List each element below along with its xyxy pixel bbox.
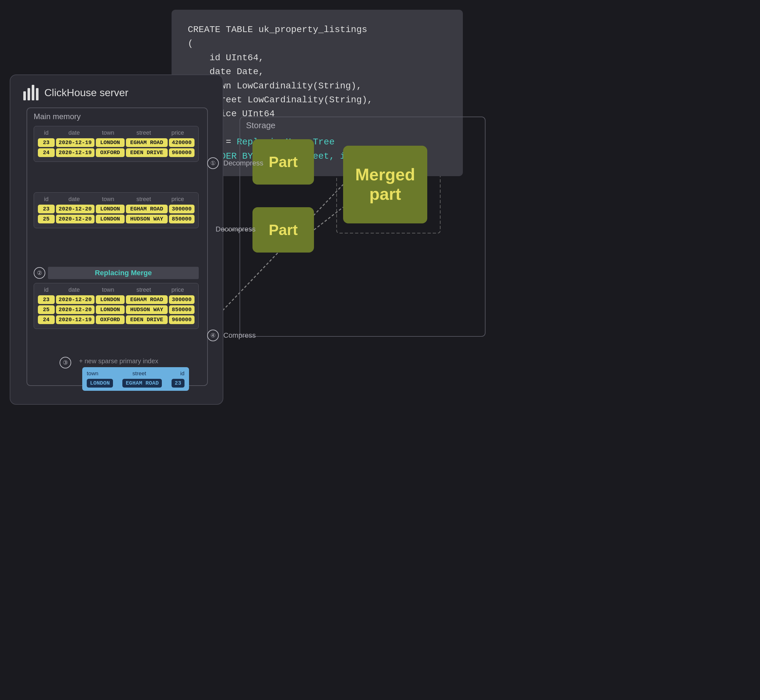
dt1-header: id date town street price xyxy=(38,130,195,136)
sparse-index-table: town street id LONDON EGHAM ROAD 23 xyxy=(82,367,189,391)
dt1-col-id: id xyxy=(38,130,55,136)
main-memory-label: Main memory xyxy=(34,112,81,121)
sit-col-street: street xyxy=(133,370,146,377)
ch-server-header: ClickHouse server xyxy=(10,75,223,107)
merged-part-label-2: part xyxy=(369,184,401,204)
circle-4: ④ xyxy=(207,330,219,341)
sit-row-1: LONDON EGHAM ROAD 23 xyxy=(87,379,184,388)
sparse-index-label: + new sparse primary index xyxy=(79,358,158,365)
code-line-1: CREATE TABLE uk_property_listings xyxy=(188,23,447,37)
logo-bar-1 xyxy=(23,91,26,100)
dt2-r1-street: EGHAM ROAD xyxy=(126,205,168,213)
dt3-r1-price: 300000 xyxy=(169,295,195,304)
dt3-r1-id: 23 xyxy=(38,295,55,304)
dt3-row-3: 24 2020-12-19 OXFORD EDEN DRIVE 960000 xyxy=(38,316,195,324)
logo-bar-3 xyxy=(32,85,34,100)
dt3-r1-street: EGHAM ROAD xyxy=(126,295,168,304)
circle-2: ② xyxy=(34,267,45,279)
ch-server-container: ClickHouse server Main memory id date to… xyxy=(10,75,223,405)
dt3-r3-street: EDEN DRIVE xyxy=(126,316,168,324)
merged-part-label-1: Merged xyxy=(356,165,415,184)
dt3-r3-town: OXFORD xyxy=(96,316,125,324)
dt1-r2-id: 24 xyxy=(38,148,55,157)
sit-r1-street: EGHAM ROAD xyxy=(122,379,162,388)
code-line-2: ( xyxy=(188,37,447,50)
dt2-r2-id: 25 xyxy=(38,215,55,223)
dt2-r1-date: 2020-12-20 xyxy=(56,205,95,213)
sit-r1-town: LONDON xyxy=(87,379,113,388)
logo-bar-4 xyxy=(36,88,39,100)
part-box-2: Part xyxy=(253,207,314,253)
dt2-col-id: id xyxy=(38,196,55,203)
ch-server-title: ClickHouse server xyxy=(44,87,128,99)
dt2-row-1: 23 2020-12-20 LONDON EGHAM ROAD 300000 xyxy=(38,205,195,213)
dt3-r3-id: 24 xyxy=(38,316,55,324)
dt3-r2-date: 2020-12-20 xyxy=(56,305,95,314)
data-table-3: id date town street price 23 2020-12-20 … xyxy=(34,283,199,329)
ch-logo xyxy=(23,85,39,100)
dt1-r2-street: EDEN DRIVE xyxy=(126,148,168,157)
dt3-r1-date: 2020-12-20 xyxy=(56,295,95,304)
dt2-r1-town: LONDON xyxy=(96,205,125,213)
circle-1: ① xyxy=(207,157,219,169)
dt1-r2-town: OXFORD xyxy=(96,148,125,157)
dt1-r2-price: 960000 xyxy=(169,148,195,157)
storage-label: Storage xyxy=(246,120,275,130)
dt1-row-1: 23 2020-12-19 LONDON EGHAM ROAD 420000 xyxy=(38,138,195,147)
dt2-r2-date: 2020-12-20 xyxy=(56,215,95,223)
dt3-r1-town: LONDON xyxy=(96,295,125,304)
dt3-col-price: price xyxy=(165,286,190,293)
circle-3: ③ xyxy=(59,357,71,369)
dt3-col-town: town xyxy=(94,286,123,293)
logo-bar-2 xyxy=(28,88,30,100)
decompress-label-2: Decompress xyxy=(215,225,255,233)
dt2-r1-price: 300000 xyxy=(169,205,195,213)
dt1-col-date: date xyxy=(55,130,94,136)
dt3-r3-date: 2020-12-19 xyxy=(56,316,95,324)
dt3-col-id: id xyxy=(38,286,55,293)
dt2-row-2: 25 2020-12-20 LONDON HUDSON WAY 850000 xyxy=(38,215,195,223)
compress-label: Compress xyxy=(223,331,256,340)
replacing-merge-bar: ② Replacing Merge xyxy=(34,267,199,279)
dt3-row-1: 23 2020-12-20 LONDON EGHAM ROAD 300000 xyxy=(38,295,195,304)
replacing-merge-label: Replacing Merge xyxy=(48,267,199,279)
sit-header: town street id xyxy=(87,370,184,377)
dt3-row-2: 25 2020-12-20 LONDON HUDSON WAY 850000 xyxy=(38,305,195,314)
dt3-header: id date town street price xyxy=(38,286,195,293)
code-line-4: date Date, xyxy=(188,65,447,79)
data-table-2: id date town street price 23 2020-12-20 … xyxy=(34,192,199,228)
dt3-col-street: street xyxy=(123,286,165,293)
dt2-col-street: street xyxy=(123,196,165,203)
sit-col-town: town xyxy=(87,370,98,377)
code-line-3: id UInt64, xyxy=(188,51,447,65)
dt3-r2-town: LONDON xyxy=(96,305,125,314)
sit-col-id: id xyxy=(180,370,184,377)
dt2-r1-id: 23 xyxy=(38,205,55,213)
merged-part-box: Merged part xyxy=(343,146,427,223)
dt2-col-town: town xyxy=(94,196,123,203)
dt3-r3-price: 960000 xyxy=(169,316,195,324)
dt3-r2-price: 850000 xyxy=(169,305,195,314)
dt1-r2-date: 2020-12-19 xyxy=(56,148,95,157)
dt3-r2-street: HUDSON WAY xyxy=(126,305,168,314)
code-line-5: town LowCardinality(String), xyxy=(188,79,447,93)
dt2-r2-town: LONDON xyxy=(96,215,125,223)
code-line-6: street LowCardinality(String), xyxy=(188,93,447,107)
dt1-r1-date: 2020-12-19 xyxy=(56,138,95,147)
main-memory-box: Main memory id date town street price 23… xyxy=(27,108,208,386)
dt2-r2-street: HUDSON WAY xyxy=(126,215,168,223)
decompress-label-1: Decompress xyxy=(223,159,263,167)
dt2-r2-price: 850000 xyxy=(169,215,195,223)
dt3-col-date: date xyxy=(55,286,94,293)
dt1-row-2: 24 2020-12-19 OXFORD EDEN DRIVE 960000 xyxy=(38,148,195,157)
dt1-col-street: street xyxy=(123,130,165,136)
sit-r1-id: 23 xyxy=(172,379,184,388)
dt2-header: id date town street price xyxy=(38,196,195,203)
dt1-r1-id: 23 xyxy=(38,138,55,147)
dt3-r2-id: 25 xyxy=(38,305,55,314)
dt2-col-date: date xyxy=(55,196,94,203)
data-table-1: id date town street price 23 2020-12-19 … xyxy=(34,126,199,162)
dt1-r1-street: EGHAM ROAD xyxy=(126,138,168,147)
dt2-col-price: price xyxy=(165,196,190,203)
dt1-r1-town: LONDON xyxy=(96,138,125,147)
